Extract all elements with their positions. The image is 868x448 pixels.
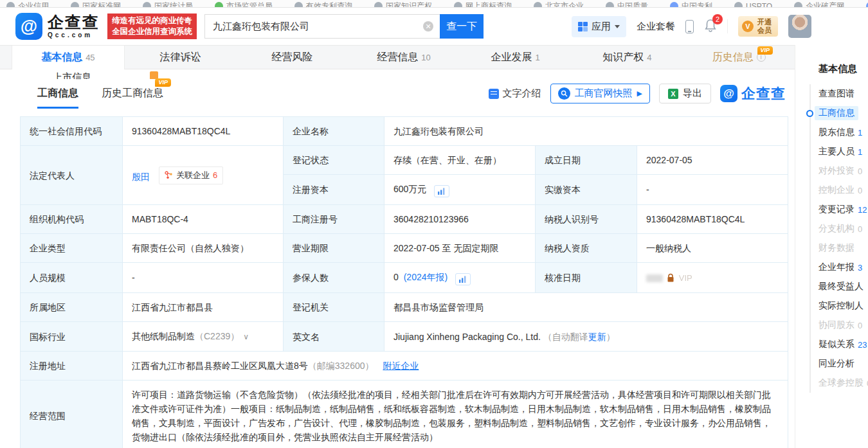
- bookmark-item[interactable]: 中国专利: [670, 3, 712, 8]
- sidebar-item-查查图谱[interactable]: 查查图谱: [818, 84, 868, 103]
- address-label: 注册地址: [21, 352, 123, 381]
- bookmark-item[interactable]: 有效专利查询: [294, 3, 352, 8]
- table-row: 法定代表人 殷田 关联企业 6 登记状态 存续（在营、开业、在册） 成立日期 2…: [21, 146, 788, 175]
- export-button[interactable]: X 导出: [659, 84, 711, 103]
- sidebar-item-企业年报[interactable]: 企业年报3: [818, 258, 868, 277]
- bookmark-favicon-icon: [794, 2, 802, 8]
- capital-trend-chart-icon[interactable]: [434, 185, 449, 197]
- open-vip-button[interactable]: V 开通 会员: [738, 16, 778, 37]
- region-label: 所属地区: [21, 293, 123, 322]
- sidebar-item-分支机构[interactable]: 分支机构0: [818, 219, 868, 238]
- search-button[interactable]: 查一下: [440, 14, 484, 39]
- bookmark-favicon-icon: [734, 2, 743, 8]
- bookmark-label: 网上商标查询: [466, 1, 512, 8]
- address-cell: 江西省九江市都昌县蔡岭工业区凤凰大道8号（邮编332600） 附近企业: [123, 352, 788, 381]
- sidebar-item-控制企业[interactable]: 控制企业0: [818, 181, 868, 200]
- business-term-value: 2022-07-05 至 无固定期限: [384, 234, 536, 263]
- staff-size-label: 人员规模: [21, 263, 123, 293]
- address-value: 江西省九江市都昌县蔡岭工业区凤凰大道8号: [132, 361, 308, 371]
- taxpayer-id-label: 纳税人识别号: [536, 205, 637, 234]
- bookmark-item[interactable]: 国家知识产权: [374, 3, 432, 8]
- annual-report-link[interactable]: (2024年报): [404, 272, 448, 282]
- bookmark-label: 市场监管总局: [226, 1, 273, 8]
- sidebar-anchor-list: 查查图谱工商信息股东信息1主要人员1对外投资0控制企业0变更记录12分支机构0财…: [809, 84, 868, 393]
- nearby-companies-link[interactable]: 附近企业: [383, 361, 419, 371]
- english-name-cell: Jiujiang Xinheng Packaging Co., Ltd. （自动…: [384, 322, 788, 352]
- vip-crown-icon: V: [742, 21, 754, 32]
- business-registration-table: 统一社会信用代码 91360428MABT18QC4L 企业名称 九江鑫珩包装有…: [20, 116, 788, 448]
- bookmark-item[interactable]: 企业信用: [6, 3, 49, 8]
- related-companies-badge[interactable]: 关联企业 6: [159, 166, 223, 184]
- qcc-watermark: @ 企查查: [720, 84, 786, 103]
- nav-tab[interactable]: 基本信息45: [12, 46, 125, 69]
- sidebar-item-主要人员[interactable]: 主要人员1: [818, 142, 868, 161]
- mobile-app-icon[interactable]: [685, 20, 694, 33]
- bookmark-item[interactable]: 国家统计局: [143, 3, 193, 8]
- tab-history-business-info[interactable]: 历史工商信息 VIP: [102, 87, 163, 109]
- user-avatar[interactable]: [788, 15, 811, 38]
- nav-tab[interactable]: 经营信息10: [348, 46, 460, 69]
- bookmark-item[interactable]: 网上商标查询: [454, 3, 512, 8]
- industry-cell: 其他纸制品制造（C2239）∨: [123, 322, 284, 352]
- sidebar-item-全球参控股[interactable]: 全球参控股0: [818, 373, 868, 393]
- official-snapshot-button[interactable]: 工商官网快照 ▶: [550, 84, 650, 103]
- nav-tab[interactable]: 企业发展1: [460, 46, 572, 69]
- sidebar-item-股东信息[interactable]: 股东信息1: [818, 123, 868, 142]
- qcc-logo[interactable]: @ 企查查 Qcc.com: [15, 13, 100, 40]
- sidebar-item-label: 全球参控股: [818, 377, 863, 389]
- apps-menu[interactable]: 应用: [572, 16, 626, 37]
- sidebar-item-同业分析[interactable]: 同业分析: [818, 354, 868, 373]
- bookmark-item[interactable]: 企业破产网: [794, 3, 844, 8]
- nav-tab[interactable]: 法律诉讼: [125, 46, 237, 69]
- taxpayer-quali-label: 纳税人资质: [536, 234, 637, 263]
- industry-label: 国标行业: [21, 322, 123, 352]
- legal-rep-link[interactable]: 殷田: [132, 171, 150, 181]
- bookmark-item[interactable]: 市场监管总局: [215, 3, 273, 8]
- search-bar: ✕ 查一下: [204, 14, 484, 39]
- excel-icon: X: [668, 89, 678, 99]
- sidebar-item-协同股东[interactable]: 协同股东0: [818, 316, 868, 335]
- reg-status-value: 存续（在营、开业、在册）: [384, 146, 536, 175]
- sidebar-item-变更记录[interactable]: 变更记录12: [818, 200, 868, 219]
- sidebar-item-label: 主要人员: [818, 146, 854, 157]
- apps-label: 应用: [592, 21, 611, 33]
- tab-business-info[interactable]: 工商信息: [37, 87, 78, 109]
- related-companies-count: 6: [213, 168, 217, 183]
- legal-rep-label: 法定代表人: [21, 146, 123, 205]
- search-input[interactable]: [204, 14, 440, 39]
- text-intro-button[interactable]: 文字介绍: [489, 87, 541, 100]
- auto-translate-note: （自动翻译: [543, 332, 588, 342]
- bookmark-item[interactable]: USPTO: [734, 3, 772, 8]
- lock-icon[interactable]: [666, 273, 675, 283]
- nav-tab-label: 经营风险: [271, 51, 312, 64]
- nav-tab-count: 10: [421, 53, 430, 62]
- nav-tab[interactable]: 知识产权4: [572, 46, 683, 69]
- translate-update-link[interactable]: 更新: [588, 332, 606, 342]
- sidebar-item-财务数据[interactable]: 财务数据: [818, 238, 868, 258]
- bookmark-label: 企业破产网: [806, 1, 844, 8]
- qcc-logo-en: Qcc.com: [48, 32, 100, 39]
- chevron-down-icon[interactable]: ∨: [243, 332, 249, 341]
- sidebar-item-label: 控制企业: [818, 184, 854, 196]
- clear-search-icon[interactable]: ✕: [423, 21, 433, 31]
- bookmark-favicon-icon: [534, 2, 542, 8]
- insured-count-value: 0: [393, 272, 399, 282]
- sidebar-item-label: 变更记录: [818, 204, 854, 215]
- insured-trend-chart-icon[interactable]: [455, 273, 471, 285]
- section-anchor-sidebar: 基本信息 查查图谱工商信息股东信息1主要人员1对外投资0控制企业0变更记录12分…: [795, 45, 868, 448]
- nav-tab[interactable]: 历史信息iVIP: [683, 46, 795, 69]
- bookmark-item[interactable]: 中国质量: [606, 3, 648, 8]
- sidebar-item-工商信息[interactable]: 工商信息: [818, 103, 868, 123]
- notifications-button[interactable]: 2: [704, 19, 717, 35]
- sidebar-item-label: 财务数据: [818, 242, 854, 254]
- english-name-label: 英文名: [284, 322, 384, 352]
- bookmark-item[interactable]: 北京市企业: [534, 3, 584, 8]
- sidebar-item-count: 1: [858, 147, 862, 157]
- nav-tab[interactable]: 经营风险: [236, 46, 348, 69]
- enterprise-plans-link[interactable]: 企业套餐: [637, 21, 675, 33]
- sidebar-item-实际控制人[interactable]: 实际控制人: [818, 296, 868, 316]
- sidebar-item-对外投资[interactable]: 对外投资0: [818, 161, 868, 181]
- sidebar-item-最终受益人[interactable]: 最终受益人: [818, 277, 868, 296]
- sidebar-item-疑似关系[interactable]: 疑似关系23: [818, 335, 868, 354]
- bookmark-item[interactable]: 国家标准网: [71, 3, 121, 8]
